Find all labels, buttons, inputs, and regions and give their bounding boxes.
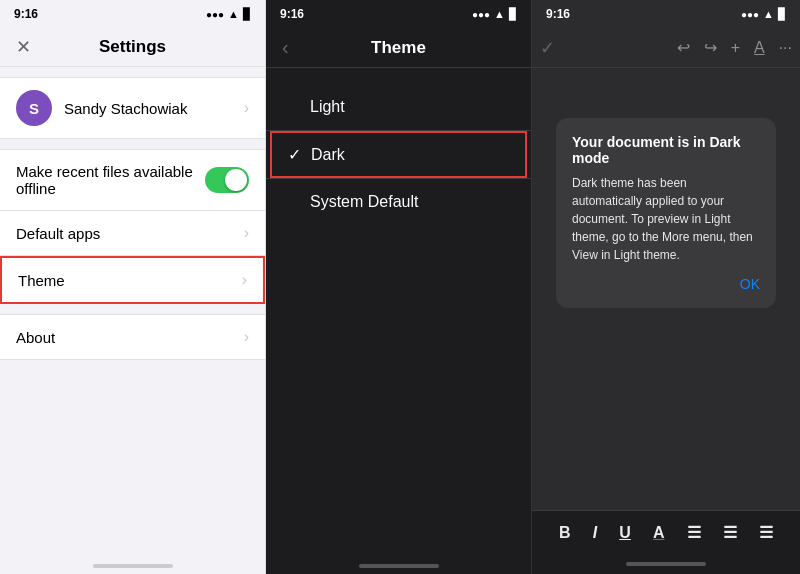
dark-option-border: ✓ Dark xyxy=(270,131,527,178)
settings-item-default-apps[interactable]: Default apps › xyxy=(0,211,265,256)
theme-title: Theme xyxy=(371,38,426,58)
home-indicator xyxy=(93,564,173,568)
theme-option-system[interactable]: System Default xyxy=(266,179,531,225)
user-row[interactable]: S Sandy Stachowiak › xyxy=(0,77,265,139)
redo-icon[interactable]: ↪ xyxy=(704,38,717,57)
status-bar-doc: 9:16 ●●● ▲ ▊ xyxy=(532,0,800,28)
theme-header: ‹ Theme xyxy=(266,28,531,68)
settings-panel: 9:16 ●●● ▲ ▊ ✕ Settings S Sandy Stachowi… xyxy=(0,0,266,574)
align-center-icon[interactable]: ☰ xyxy=(715,519,745,546)
doc-toolbar: ✓ ↩ ↪ + A ··· xyxy=(532,28,800,68)
settings-about-section: About › xyxy=(0,314,265,360)
settings-header: ✕ Settings xyxy=(0,28,265,67)
settings-item-about[interactable]: About › xyxy=(0,314,265,360)
battery-icon-theme: ▊ xyxy=(509,8,517,21)
wifi-icon-theme: ▲ xyxy=(494,8,505,20)
back-icon[interactable]: ‹ xyxy=(282,36,289,59)
font-icon[interactable]: A xyxy=(754,39,765,57)
align-left-icon[interactable]: ☰ xyxy=(679,519,709,546)
toggle-knob xyxy=(225,169,247,191)
avatar: S xyxy=(16,90,52,126)
signal-icon: ●●● xyxy=(206,9,224,20)
chevron-icon: › xyxy=(244,99,249,117)
light-option-label: Light xyxy=(310,98,345,116)
status-icons-theme: ●●● ▲ ▊ xyxy=(472,8,517,21)
underline-icon[interactable]: U xyxy=(611,520,639,546)
dark-option-label: Dark xyxy=(311,146,345,164)
status-time-theme: 9:16 xyxy=(280,7,308,21)
home-indicator-doc xyxy=(532,554,800,574)
format-bar: B I U A ☰ ☰ ☰ xyxy=(532,510,800,554)
status-icons-doc: ●●● ▲ ▊ xyxy=(741,8,786,21)
offline-label: Make recent files available offline xyxy=(16,163,205,197)
home-indicator-theme xyxy=(359,564,439,568)
theme-highlight-border: Theme › xyxy=(0,256,265,304)
battery-icon-doc: ▊ xyxy=(778,8,786,21)
about-label: About xyxy=(16,329,244,346)
theme-options-list: Light ✓ Dark System Default xyxy=(266,68,531,241)
default-apps-label: Default apps xyxy=(16,225,244,242)
dialog-ok-button[interactable]: OK xyxy=(572,276,760,292)
settings-item-offline[interactable]: Make recent files available offline xyxy=(0,149,265,211)
font-color-icon[interactable]: A xyxy=(645,520,673,546)
offline-toggle[interactable] xyxy=(205,167,249,193)
theme-option-light[interactable]: Light xyxy=(266,84,531,130)
signal-icon-theme: ●●● xyxy=(472,9,490,20)
dark-mode-dialog: Your document is in Dark mode Dark theme… xyxy=(556,118,776,308)
wifi-icon-doc: ▲ xyxy=(763,8,774,20)
add-icon[interactable]: + xyxy=(731,39,740,57)
theme-option-dark[interactable]: ✓ Dark xyxy=(272,133,525,176)
status-icons-settings: ●●● ▲ ▊ xyxy=(206,8,251,21)
bold-icon[interactable]: B xyxy=(551,520,579,546)
list-icon[interactable]: ☰ xyxy=(751,519,781,546)
signal-icon-doc: ●●● xyxy=(741,9,759,20)
status-bar-theme: 9:16 ●●● ▲ ▊ xyxy=(266,0,531,28)
theme-label: Theme xyxy=(18,272,242,289)
italic-icon[interactable]: I xyxy=(585,520,605,546)
status-bar-settings: 9:16 ●●● ▲ ▊ xyxy=(0,0,265,28)
settings-title: Settings xyxy=(99,37,166,57)
about-chevron-icon: › xyxy=(244,328,249,346)
home-bar xyxy=(626,562,706,566)
settings-section: Make recent files available offline Defa… xyxy=(0,149,265,304)
document-panel: 9:16 ●●● ▲ ▊ ✓ ↩ ↪ + A ··· Your document… xyxy=(532,0,800,574)
doc-content: Your document is in Dark mode Dark theme… xyxy=(532,68,800,510)
status-time-doc: 9:16 xyxy=(546,7,574,21)
close-icon[interactable]: ✕ xyxy=(16,36,40,58)
undo-icon[interactable]: ↩ xyxy=(677,38,690,57)
theme-panel: 9:16 ●●● ▲ ▊ ‹ Theme Light ✓ Dark xyxy=(266,0,532,574)
battery-icon: ▊ xyxy=(243,8,251,21)
wifi-icon: ▲ xyxy=(228,8,239,20)
dialog-title: Your document is in Dark mode xyxy=(572,134,760,166)
system-option-label: System Default xyxy=(310,193,418,211)
default-apps-chevron-icon: › xyxy=(244,224,249,242)
check-icon[interactable]: ✓ xyxy=(540,37,555,59)
dark-check-icon: ✓ xyxy=(288,145,301,164)
settings-item-theme[interactable]: Theme › xyxy=(2,258,263,302)
user-name: Sandy Stachowiak xyxy=(64,100,244,117)
status-time-settings: 9:16 xyxy=(14,7,42,21)
more-icon[interactable]: ··· xyxy=(779,39,792,57)
dialog-body: Dark theme has been automatically applie… xyxy=(572,174,760,264)
theme-chevron-icon: › xyxy=(242,271,247,289)
